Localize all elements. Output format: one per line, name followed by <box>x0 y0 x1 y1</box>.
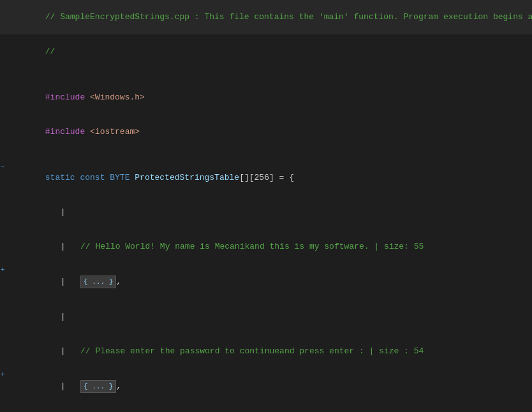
code-line-6 <box>0 149 532 161</box>
gutter-10: + <box>0 264 5 276</box>
code-line-13: + | { ... }, <box>0 369 532 404</box>
code-line-2: // <box>0 34 532 69</box>
code-line-11: | <box>0 300 532 334</box>
code-line-5: #include <iostream> <box>0 115 532 149</box>
line-content-4: #include <Windows.h> <box>13 80 532 115</box>
code-line-9: | // Hello World! My name is Mecanikand … <box>0 230 532 264</box>
code-line-7: − static const BYTE ProtectedStringsTabl… <box>0 161 532 195</box>
line-content-13: | { ... }, <box>13 369 532 404</box>
line-content-2: // <box>13 34 532 69</box>
code-line-8: | <box>0 195 532 230</box>
code-line-1: // SampleEncryptedStrings.cpp : This fil… <box>0 0 532 34</box>
code-editor[interactable]: // SampleEncryptedStrings.cpp : This fil… <box>0 0 532 412</box>
line-content-9: | // Hello World! My name is Mecanikand … <box>13 230 532 264</box>
code-line-10: + | { ... }, <box>0 264 532 300</box>
line-content-1: // SampleEncryptedStrings.cpp : This fil… <box>13 0 532 34</box>
code-line-12: | // Please enter the password to contin… <box>0 334 532 369</box>
line-content-12: | // Please enter the password to contin… <box>13 334 532 369</box>
line-content-5: #include <iostream> <box>13 115 532 149</box>
line-content-7: static const BYTE ProtectedStringsTable[… <box>13 161 532 195</box>
code-line-4: #include <Windows.h> <box>0 80 532 115</box>
code-line-14: | <box>0 404 532 412</box>
gutter-13: + <box>0 369 5 380</box>
line-content-10: | { ... }, <box>13 264 532 300</box>
code-line-3 <box>0 69 532 80</box>
gutter-7: − <box>0 161 5 172</box>
